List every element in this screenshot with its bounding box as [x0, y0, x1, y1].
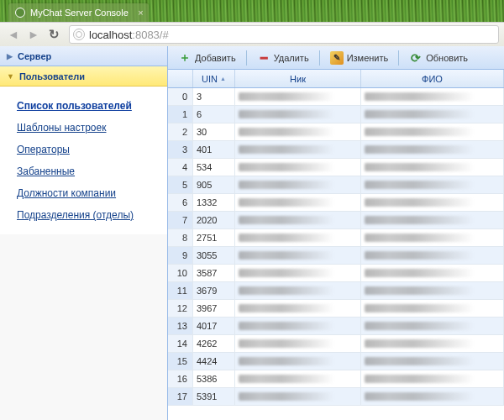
cell-fio [361, 212, 504, 228]
table-row[interactable]: 134017 [168, 318, 504, 335]
cell-fio [361, 229, 504, 246]
cell-fio [361, 318, 504, 334]
cell-uin: 905 [193, 176, 235, 193]
reload-button[interactable]: ↻ [45, 26, 62, 43]
cell-fio [361, 335, 504, 352]
table-row[interactable]: 165386 [168, 370, 504, 388]
cell-uin: 4017 [193, 318, 235, 334]
cell-fio [361, 265, 504, 281]
table-row[interactable]: 103587 [168, 265, 504, 282]
edit-icon: ✎ [330, 51, 344, 65]
table-row[interactable]: 154424 [168, 353, 504, 370]
delete-label: Удалить [274, 53, 309, 63]
cell-fio [361, 141, 504, 158]
cell-nick [235, 370, 361, 387]
cell-uin: 4262 [193, 335, 235, 352]
table-row[interactable]: 175391 [168, 388, 504, 406]
panel-server-label: Сервер [18, 51, 51, 61]
delete-button[interactable]: ━ Удалить [250, 49, 316, 67]
grid-body[interactable]: 0316230340145345905613327202082751930551… [168, 88, 504, 420]
table-row[interactable]: 4534 [168, 159, 504, 176]
table-row[interactable]: 5905 [168, 176, 504, 194]
cell-uin: 1332 [193, 194, 235, 211]
cell-idx: 15 [168, 353, 193, 370]
cell-uin: 401 [193, 141, 235, 158]
separator [398, 50, 399, 66]
refresh-label: Обновить [426, 53, 468, 63]
table-row[interactable]: 93055 [168, 247, 504, 265]
cell-nick [235, 247, 361, 264]
panel-users-label: Пользователи [19, 71, 85, 81]
cell-idx: 11 [168, 282, 193, 299]
edit-button[interactable]: ✎ Изменить [323, 49, 396, 67]
cell-uin: 6 [193, 106, 235, 123]
chevron-right-icon: ▶ [7, 52, 13, 60]
sidebar-item[interactable]: Должности компании [15, 182, 164, 204]
cell-idx: 8 [168, 229, 193, 246]
cell-idx: 6 [168, 194, 193, 211]
col-fio[interactable]: ФИО [361, 70, 504, 87]
browser-tab[interactable]: MyChat Server Console × [8, 3, 149, 22]
cell-idx: 3 [168, 141, 193, 158]
cell-nick [235, 388, 361, 405]
cell-idx: 7 [168, 212, 193, 228]
cell-nick [235, 318, 361, 334]
table-row[interactable]: 03 [168, 88, 504, 106]
address-bar[interactable]: localhost:8083/# [69, 25, 499, 44]
sidebar-item[interactable]: Операторы [15, 139, 164, 160]
app-content: ▶ Сервер ▼ Пользователи Список пользоват… [0, 46, 504, 420]
table-row[interactable]: 230 [168, 123, 504, 141]
sidebar-item[interactable]: Забаненные [15, 160, 164, 182]
table-row[interactable]: 16 [168, 106, 504, 123]
table-row[interactable]: 144262 [168, 335, 504, 353]
table-row[interactable]: 61332 [168, 194, 504, 212]
col-rownum[interactable] [168, 70, 193, 87]
add-label: Добавить [195, 53, 236, 63]
sidebar-item[interactable]: Список пользователей [15, 95, 164, 117]
table-row[interactable]: 113679 [168, 282, 504, 300]
col-uin[interactable]: UIN [193, 70, 235, 87]
panel-users[interactable]: ▼ Пользователи [0, 66, 167, 87]
sidebar-item[interactable]: Шаблоны настроек [15, 117, 164, 139]
favicon [15, 8, 25, 18]
cell-idx: 4 [168, 159, 193, 176]
cell-nick [235, 353, 361, 370]
sidebar: ▶ Сервер ▼ Пользователи Список пользоват… [0, 46, 168, 420]
table-row[interactable]: 3401 [168, 141, 504, 159]
close-icon[interactable]: × [138, 8, 143, 18]
users-grid: UIN Ник ФИО 0316230340145345905613327202… [168, 70, 504, 420]
cell-uin: 2020 [193, 212, 235, 228]
cell-idx: 13 [168, 318, 193, 334]
cell-idx: 16 [168, 370, 193, 387]
chevron-down-icon: ▼ [7, 72, 14, 81]
table-row[interactable]: 72020 [168, 212, 504, 229]
cell-uin: 2751 [193, 229, 235, 246]
cell-fio [361, 247, 504, 264]
cell-fio [361, 123, 504, 140]
cell-nick [235, 282, 361, 299]
forward-button[interactable]: ► [25, 26, 42, 43]
add-button[interactable]: ＋ Добавить [171, 49, 243, 67]
cell-uin: 3679 [193, 282, 235, 299]
cell-nick [235, 106, 361, 123]
cell-nick [235, 194, 361, 211]
cell-fio [361, 282, 504, 299]
table-row[interactable]: 82751 [168, 229, 504, 247]
cell-nick [235, 265, 361, 281]
panel-server[interactable]: ▶ Сервер [0, 46, 167, 66]
cell-nick [235, 335, 361, 352]
refresh-button[interactable]: ⟳ Обновить [402, 49, 475, 67]
sidebar-item[interactable]: Подразделения (отделы) [15, 204, 164, 226]
back-button[interactable]: ◄ [5, 26, 22, 43]
url-host: localhost [89, 29, 132, 41]
cell-uin: 5386 [193, 370, 235, 387]
nav-bar: ◄ ► ↻ localhost:8083/# [0, 22, 504, 46]
table-row[interactable]: 123967 [168, 300, 504, 318]
cell-uin: 3967 [193, 300, 235, 317]
cell-fio [361, 300, 504, 317]
cell-nick [235, 88, 361, 105]
cell-uin: 3587 [193, 265, 235, 281]
cell-fio [361, 106, 504, 123]
cell-uin: 3055 [193, 247, 235, 264]
col-nick[interactable]: Ник [235, 70, 361, 87]
